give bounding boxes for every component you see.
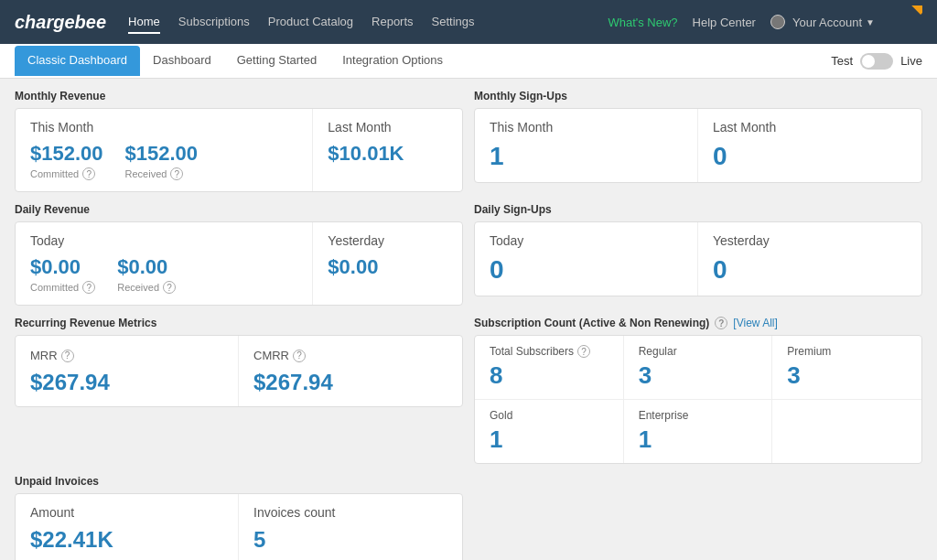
nav-product-catalog[interactable]: Product Catalog — [268, 11, 353, 34]
nav-links: Home Subscriptions Product Catalog Repor… — [128, 11, 608, 34]
tab-classic-dashboard[interactable]: Classic Dashboard — [15, 46, 140, 76]
monthly-signups-card: This Month 1 Last Month 0 — [474, 108, 922, 183]
cmrr-label: CMRR — [253, 349, 289, 362]
signups-last-month-cell: Last Month 0 — [698, 109, 921, 182]
chevron-down-icon: ▼ — [866, 17, 875, 27]
mrr-cell: MRR ? $267.94 — [16, 336, 239, 406]
subscription-count-help-icon[interactable]: ? — [715, 317, 727, 329]
subscription-row-2: Gold 1 Enterprise 1 — [475, 400, 921, 463]
total-subscribers-count: 8 — [490, 361, 609, 390]
monthly-signups-section: Monthly Sign-Ups This Month 1 Last Month… — [474, 90, 922, 192]
whats-new-link[interactable]: What's New? — [608, 16, 677, 29]
gold-count: 1 — [490, 425, 609, 454]
daily-signups-label: Daily Sign-Ups — [474, 203, 922, 216]
today-label: Today — [30, 233, 297, 248]
daily-signups-yesterday-label: Yesterday — [713, 233, 907, 248]
regular-cell: Regular 3 — [624, 336, 773, 400]
empty-cell — [772, 400, 921, 463]
daily-revenue-card: Today $0.00 Committed ? $0.00 — [15, 221, 463, 306]
last-month-label: Last Month — [328, 120, 447, 135]
received-help-icon[interactable]: ? — [170, 167, 183, 180]
premium-cell: Premium 3 — [772, 336, 921, 400]
enterprise-label: Enterprise — [639, 409, 689, 422]
top-nav: chargebee Home Subscriptions Product Cat… — [0, 0, 937, 44]
tab-dashboard[interactable]: Dashboard — [140, 46, 224, 76]
empty-right-section — [474, 475, 922, 560]
monthly-signups-label: Monthly Sign-Ups — [474, 90, 922, 102]
total-subscribers-label: Total Subscribers — [490, 345, 574, 358]
signups-last-month-label: Last Month — [713, 120, 907, 135]
invoices-amount: $22.41K — [30, 527, 223, 553]
nav-settings[interactable]: Settings — [432, 11, 475, 34]
logo: chargebee — [15, 12, 106, 33]
daily-signups-yesterday-count: 0 — [713, 255, 907, 285]
premium-count: 3 — [787, 361, 907, 390]
your-account-menu[interactable]: Your Account ▼ — [770, 15, 875, 29]
unpaid-invoices-card: Amount $22.41K Invoices count 5 — [15, 493, 463, 560]
monthly-revenue-card: This Month $152.00 Committed ? $152.00 — [15, 108, 463, 192]
committed-help-icon[interactable]: ? — [82, 167, 95, 180]
nav-reports[interactable]: Reports — [372, 11, 414, 34]
tab-integration-options[interactable]: Integration Options — [329, 46, 456, 76]
daily-signups-today-label: Today — [490, 233, 683, 248]
invoices-count: 5 — [253, 527, 447, 553]
nav-home[interactable]: Home — [128, 11, 160, 34]
monthly-revenue-label: Monthly Revenue — [15, 90, 463, 102]
nav-right: What's New? Help Center Your Account ▼ T… — [608, 5, 922, 38]
recurring-revenue-card: MRR ? $267.94 CMRR ? $267.94 — [15, 335, 463, 407]
view-all-link[interactable]: [View All] — [733, 317, 777, 329]
test-badge-container: TEST — [889, 5, 922, 38]
daily-committed-amount: $0.00 — [30, 255, 95, 279]
mrr-help-icon[interactable]: ? — [61, 350, 74, 362]
sub-nav-tabs: Classic Dashboard Dashboard Getting Star… — [15, 46, 456, 76]
unpaid-invoices-label: Unpaid Invoices — [15, 475, 463, 488]
live-label: Live — [900, 54, 922, 68]
premium-label: Premium — [787, 345, 831, 358]
nav-subscriptions[interactable]: Subscriptions — [178, 11, 250, 34]
signups-last-month-count: 0 — [713, 142, 907, 171]
enterprise-count: 1 — [639, 425, 758, 454]
daily-received-label: Received — [117, 282, 159, 293]
signups-this-month-cell: This Month 1 — [475, 109, 698, 182]
daily-committed-item: $0.00 Committed ? — [30, 255, 95, 294]
recurring-revenue-section: Recurring Revenue Metrics MRR ? $267.94 … — [15, 317, 463, 464]
yesterday-label: Yesterday — [328, 233, 447, 248]
daily-received-help-icon[interactable]: ? — [163, 281, 176, 294]
received-amount: $152.00 — [125, 142, 199, 166]
daily-today-signup-cell: Today 0 — [475, 222, 698, 296]
subscription-row-1: Total Subscribers ? 8 Regular 3 Premium … — [475, 336, 921, 400]
test-live-toggle: Test Live — [831, 53, 922, 70]
regular-count: 3 — [639, 361, 758, 390]
daily-received-amount: $0.00 — [117, 255, 176, 279]
test-label: Test — [831, 54, 853, 68]
mrr-amount: $267.94 — [30, 370, 223, 395]
signups-this-month-count: 1 — [490, 142, 683, 171]
invoices-count-cell: Invoices count 5 — [239, 494, 462, 560]
tab-getting-started[interactable]: Getting Started — [224, 46, 329, 76]
gold-label: Gold — [490, 409, 512, 422]
yesterday-amount: $0.00 — [328, 255, 447, 279]
this-month-label: This Month — [30, 120, 297, 135]
signups-this-month-label: This Month — [490, 120, 683, 135]
committed-label: Committed — [30, 168, 79, 179]
test-badge: TEST — [889, 5, 922, 15]
monthly-last-month-cell: Last Month $10.01K — [313, 109, 462, 191]
toggle-switch[interactable] — [860, 53, 893, 70]
gold-cell: Gold 1 — [475, 400, 624, 463]
daily-signups-section: Daily Sign-Ups Today 0 Yesterday 0 — [474, 203, 922, 306]
cmrr-cell: CMRR ? $267.94 — [239, 336, 462, 406]
cmrr-help-icon[interactable]: ? — [293, 350, 306, 362]
enterprise-cell: Enterprise 1 — [624, 400, 773, 463]
daily-revenue-label: Daily Revenue — [15, 203, 463, 216]
subscription-count-card: Total Subscribers ? 8 Regular 3 Premium … — [474, 335, 922, 464]
total-subscribers-help-icon[interactable]: ? — [577, 345, 590, 358]
subscription-count-section: Subscription Count (Active & Non Renewin… — [474, 317, 922, 464]
dashboard-main: Monthly Revenue This Month $152.00 Commi… — [0, 79, 937, 560]
invoices-count-label: Invoices count — [253, 505, 447, 520]
help-center-link[interactable]: Help Center — [693, 16, 756, 29]
daily-today-cell: Today $0.00 Committed ? $0.00 — [16, 222, 313, 305]
daily-revenue-section: Daily Revenue Today $0.00 Committed ? — [15, 203, 463, 306]
received-item: $152.00 Received ? — [125, 142, 199, 180]
monthly-revenue-section: Monthly Revenue This Month $152.00 Commi… — [15, 90, 463, 192]
daily-committed-help-icon[interactable]: ? — [82, 281, 95, 294]
